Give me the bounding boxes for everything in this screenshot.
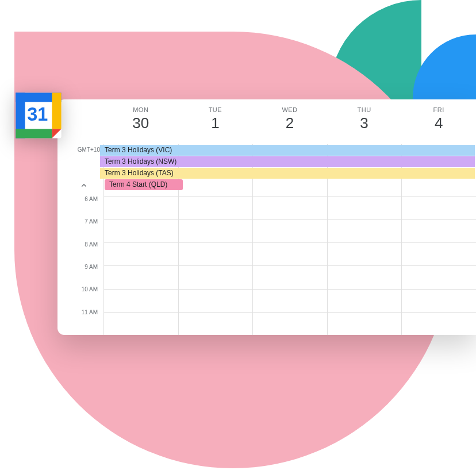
hour-label: 8 AM: [57, 241, 103, 264]
time-gutter-header: [57, 106, 103, 144]
day-column-header[interactable]: MON 30: [103, 106, 178, 144]
svg-rect-4: [16, 129, 52, 138]
allday-event[interactable]: Term 4 Start (QLD): [105, 179, 183, 190]
hour-label: 9 AM: [57, 264, 103, 286]
day-column-header[interactable]: WED 2: [252, 106, 327, 144]
time-grid[interactable]: 6 AM 7 AM 8 AM 9 AM 10 AM 11 AM: [57, 194, 476, 335]
day-name: THU: [358, 106, 371, 113]
hour-gridlines: [103, 194, 476, 335]
google-calendar-icon: 31: [13, 90, 64, 141]
day-name: WED: [282, 106, 297, 113]
chevron-up-icon: [79, 181, 89, 190]
timezone-label: GMT+10: [78, 144, 100, 156]
day-header-row: MON 30 TUE 1 WED 2 THU 3 FRI 4: [57, 99, 476, 144]
day-column-header[interactable]: FRI 4: [401, 106, 476, 144]
day-name: MON: [133, 106, 148, 113]
collapse-allday-button[interactable]: [77, 179, 91, 192]
day-name: FRI: [433, 106, 444, 113]
svg-rect-3: [52, 93, 61, 129]
day-name: TUE: [209, 106, 222, 113]
allday-section: GMT+10 Term 3 Holidays (VIC) Term 3 Holi…: [57, 144, 476, 194]
day-number: 4: [435, 114, 443, 132]
hour-label: 10 AM: [57, 286, 103, 309]
hour-label: 11 AM: [57, 309, 103, 332]
day-number: 3: [360, 114, 368, 132]
day-number: 2: [286, 114, 294, 132]
time-columns[interactable]: [103, 194, 476, 335]
calendar-app-window: MON 30 TUE 1 WED 2 THU 3 FRI 4 GMT+10: [57, 99, 476, 335]
allday-event[interactable]: Term 3 Holidays (VIC): [100, 145, 475, 156]
day-number: 30: [132, 114, 149, 132]
allday-event[interactable]: Term 3 Holidays (NSW): [100, 156, 475, 167]
calendar-icon-date: 31: [27, 104, 48, 125]
hour-label: 7 AM: [57, 218, 103, 241]
allday-event[interactable]: Term 3 Holidays (TAS): [100, 168, 475, 179]
time-gutter: 6 AM 7 AM 8 AM 9 AM 10 AM 11 AM: [57, 194, 103, 335]
day-column-header[interactable]: THU 3: [327, 106, 402, 144]
day-number: 1: [211, 114, 219, 132]
day-column-header[interactable]: TUE 1: [178, 106, 253, 144]
hour-label: 6 AM: [57, 196, 103, 218]
allday-gutter: GMT+10: [57, 144, 103, 194]
